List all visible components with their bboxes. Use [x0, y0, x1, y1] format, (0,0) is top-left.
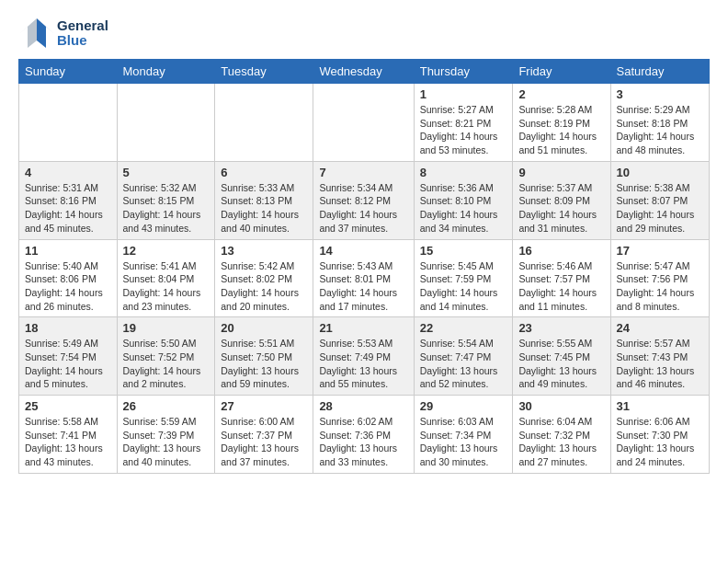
logo-icon-wrap — [18, 15, 55, 52]
day-info-line: Sunset: 7:47 PM — [420, 351, 492, 362]
calendar-day-cell: 5Sunrise: 5:32 AMSunset: 8:15 PMDaylight… — [117, 161, 215, 239]
calendar-day-cell: 20Sunrise: 5:51 AMSunset: 7:50 PMDayligh… — [215, 317, 313, 396]
day-info-line: Sunrise: 6:00 AM — [221, 416, 294, 427]
day-info: Sunrise: 5:38 AMSunset: 8:07 PMDaylight:… — [617, 181, 704, 236]
day-info-line: Sunrise: 5:43 AM — [319, 260, 392, 271]
day-info-line: Sunset: 8:02 PM — [221, 273, 292, 284]
day-info-line: Daylight: 14 hours — [420, 209, 498, 220]
day-info-line: Daylight: 14 hours — [617, 287, 695, 298]
calendar-day-cell: 30Sunrise: 6:04 AMSunset: 7:32 PMDayligh… — [513, 396, 610, 474]
calendar-week-row: 1Sunrise: 5:27 AMSunset: 8:21 PMDaylight… — [19, 84, 710, 162]
day-info-line: Sunrise: 5:33 AM — [221, 182, 294, 193]
calendar-day-cell: 1Sunrise: 5:27 AMSunset: 8:21 PMDaylight… — [414, 84, 513, 162]
day-number: 18 — [25, 321, 111, 335]
calendar-day-cell: 12Sunrise: 5:41 AMSunset: 8:04 PMDayligh… — [117, 239, 215, 317]
calendar-day-cell: 11Sunrise: 5:40 AMSunset: 8:06 PMDayligh… — [19, 239, 118, 317]
day-number: 13 — [221, 244, 307, 258]
calendar-day-cell: 4Sunrise: 5:31 AMSunset: 8:16 PMDaylight… — [19, 161, 118, 239]
day-info-line: and 5 minutes. — [25, 378, 88, 389]
day-info-line: Sunrise: 5:45 AM — [420, 260, 494, 271]
calendar-day-cell: 28Sunrise: 6:02 AMSunset: 7:36 PMDayligh… — [313, 396, 414, 474]
header-monday: Monday — [117, 60, 215, 84]
calendar-day-cell: 25Sunrise: 5:58 AMSunset: 7:41 PMDayligh… — [19, 396, 118, 474]
day-info-line: Sunrise: 5:47 AM — [617, 260, 690, 271]
day-info-line: and 14 minutes. — [420, 301, 489, 312]
day-info-line: Sunset: 8:10 PM — [420, 195, 492, 206]
day-info-line: and 11 minutes. — [518, 301, 587, 312]
day-info-line: and 59 minutes. — [221, 378, 290, 389]
day-number: 21 — [319, 321, 407, 335]
calendar-day-cell: 24Sunrise: 5:57 AMSunset: 7:43 PMDayligh… — [610, 317, 710, 396]
day-info-line: Daylight: 14 hours — [123, 209, 201, 220]
day-info: Sunrise: 5:37 AMSunset: 8:09 PMDaylight:… — [518, 181, 604, 236]
header-sunday: Sunday — [19, 60, 118, 84]
day-info: Sunrise: 5:43 AMSunset: 8:01 PMDaylight:… — [319, 259, 407, 314]
day-info-line: Daylight: 14 hours — [617, 209, 695, 220]
day-info-line: Sunset: 8:01 PM — [319, 273, 391, 284]
day-info-line: and 33 minutes. — [319, 456, 388, 467]
calendar-day-cell: 2Sunrise: 5:28 AMSunset: 8:19 PMDaylight… — [513, 84, 610, 162]
day-info: Sunrise: 5:46 AMSunset: 7:57 PMDaylight:… — [518, 259, 604, 314]
day-info-line: Sunrise: 5:51 AM — [221, 338, 294, 349]
day-info-line: and 46 minutes. — [617, 378, 686, 389]
calendar-day-cell: 27Sunrise: 6:00 AMSunset: 7:37 PMDayligh… — [215, 396, 313, 474]
header-friday: Friday — [513, 60, 610, 84]
day-info-line: and 27 minutes. — [518, 456, 587, 467]
logo-bird-icon — [18, 15, 55, 52]
day-info-line: Sunset: 7:43 PM — [617, 351, 688, 362]
calendar-day-cell: 16Sunrise: 5:46 AMSunset: 7:57 PMDayligh… — [513, 239, 610, 317]
day-number: 28 — [319, 399, 407, 413]
day-info-line: Daylight: 14 hours — [518, 287, 597, 298]
calendar-page: General Blue Sunday Monday Tuesday Wedne… — [0, 0, 728, 483]
day-number: 8 — [420, 166, 507, 179]
day-info: Sunrise: 5:42 AMSunset: 8:02 PMDaylight:… — [221, 259, 307, 314]
day-info-line: Daylight: 13 hours — [123, 442, 201, 454]
header-saturday: Saturday — [610, 60, 710, 84]
day-info: Sunrise: 6:04 AMSunset: 7:32 PMDaylight:… — [518, 415, 604, 469]
day-info: Sunrise: 5:57 AMSunset: 7:43 PMDaylight:… — [617, 337, 704, 391]
day-info-line: Sunrise: 5:32 AM — [123, 182, 197, 193]
calendar-day-cell: 10Sunrise: 5:38 AMSunset: 8:07 PMDayligh… — [610, 161, 710, 239]
calendar-day-cell: 22Sunrise: 5:54 AMSunset: 7:47 PMDayligh… — [414, 317, 513, 396]
day-info-line: Sunset: 8:09 PM — [518, 195, 590, 206]
calendar-day-cell — [19, 84, 118, 162]
day-info-line: Sunset: 7:34 PM — [420, 430, 492, 441]
day-info-line: and 34 minutes. — [420, 223, 489, 234]
day-info: Sunrise: 5:33 AMSunset: 8:13 PMDaylight:… — [221, 181, 307, 236]
day-info-line: Sunset: 7:54 PM — [25, 351, 97, 362]
day-info-line: Sunset: 8:13 PM — [221, 195, 292, 206]
day-info-line: Daylight: 14 hours — [123, 365, 201, 376]
day-info-line: Sunset: 7:57 PM — [518, 273, 590, 284]
day-info: Sunrise: 5:50 AMSunset: 7:52 PMDaylight:… — [123, 337, 210, 391]
day-info-line: Sunrise: 5:53 AM — [319, 338, 392, 349]
calendar-week-row: 25Sunrise: 5:58 AMSunset: 7:41 PMDayligh… — [19, 396, 710, 474]
day-info-line: Sunrise: 6:03 AM — [420, 416, 494, 427]
day-info: Sunrise: 5:41 AMSunset: 8:04 PMDaylight:… — [123, 259, 210, 314]
day-info-line: Daylight: 14 hours — [221, 287, 299, 298]
day-info-line: Sunrise: 5:41 AM — [123, 260, 197, 271]
day-info-line: Sunrise: 5:37 AM — [518, 182, 592, 193]
day-info-line: Sunrise: 5:55 AM — [518, 338, 592, 349]
day-info-line: Sunset: 8:21 PM — [420, 118, 492, 129]
day-info-line: Daylight: 13 hours — [221, 442, 299, 454]
day-number: 24 — [617, 321, 704, 335]
day-info-line: Sunrise: 5:40 AM — [25, 260, 98, 271]
logo-general: General — [57, 18, 108, 34]
day-info-line: Sunrise: 5:59 AM — [123, 416, 197, 427]
day-info-line: and 31 minutes. — [518, 223, 587, 234]
day-info-line: and 37 minutes. — [319, 223, 388, 234]
day-info-line: and 49 minutes. — [518, 378, 587, 389]
day-info-line: Daylight: 14 hours — [123, 287, 201, 298]
day-info: Sunrise: 5:28 AMSunset: 8:19 PMDaylight:… — [518, 103, 604, 157]
day-info-line: Daylight: 13 hours — [617, 365, 695, 376]
day-info-line: Daylight: 14 hours — [221, 209, 299, 220]
day-info-line: Sunrise: 5:36 AM — [420, 182, 494, 193]
day-number: 17 — [617, 244, 704, 258]
day-info-line: and 37 minutes. — [221, 456, 290, 467]
day-info: Sunrise: 5:36 AMSunset: 8:10 PMDaylight:… — [420, 181, 507, 236]
day-info: Sunrise: 5:47 AMSunset: 7:56 PMDaylight:… — [617, 259, 704, 314]
day-number: 19 — [123, 321, 210, 335]
day-info-line: Sunrise: 5:29 AM — [617, 104, 690, 115]
day-number: 15 — [420, 244, 507, 258]
svg-marker-0 — [37, 18, 53, 48]
